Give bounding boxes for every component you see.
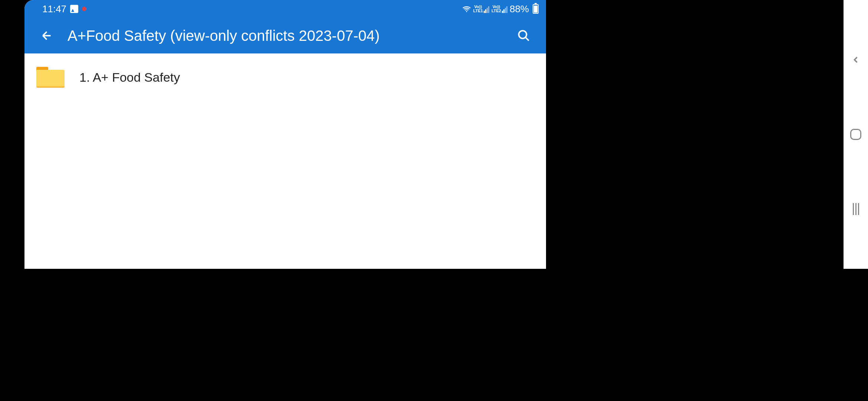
- arrow-left-icon: [40, 29, 53, 42]
- nav-recent-button[interactable]: [848, 201, 864, 217]
- back-button[interactable]: [38, 27, 56, 45]
- sim2-signal: Vo)) LTE2: [491, 5, 507, 13]
- battery-percentage: 88%: [510, 3, 529, 15]
- content-area: 1. A+ Food Safety: [24, 53, 546, 101]
- nav-home-button[interactable]: [848, 127, 864, 142]
- status-time: 11:47: [42, 3, 66, 15]
- folder-icon: [36, 67, 65, 88]
- status-right: Vo)) LTE1 Vo)) LTE2 88%: [462, 3, 539, 15]
- sim1-signal: Vo)) LTE1: [473, 5, 489, 13]
- recent-apps-icon: [853, 203, 859, 215]
- chevron-left-icon: [851, 55, 861, 65]
- search-button[interactable]: [515, 27, 533, 45]
- navigation-bar: [844, 0, 868, 269]
- home-icon: [850, 129, 861, 140]
- wifi-icon: [462, 6, 471, 12]
- folder-name: 1. A+ Food Safety: [79, 70, 180, 85]
- page-title: A+Food Safety (view-only conflicts 2023-…: [68, 27, 503, 44]
- folder-item[interactable]: 1. A+ Food Safety: [24, 62, 546, 92]
- record-indicator-icon: [82, 7, 86, 11]
- app-header: A+Food Safety (view-only conflicts 2023-…: [24, 18, 546, 53]
- nav-back-button[interactable]: [848, 52, 864, 68]
- battery-icon: [533, 4, 539, 14]
- status-left: 11:47: [42, 3, 86, 15]
- signal-bars-icon: [502, 6, 507, 13]
- status-bar: 11:47 Vo)) LTE1 Vo)) LTE2: [24, 0, 546, 18]
- signal-bars-icon: [484, 6, 489, 13]
- search-icon: [517, 29, 530, 42]
- image-indicator-icon: [70, 5, 78, 13]
- phone-screen: 11:47 Vo)) LTE1 Vo)) LTE2: [24, 0, 546, 269]
- svg-point-0: [519, 31, 527, 39]
